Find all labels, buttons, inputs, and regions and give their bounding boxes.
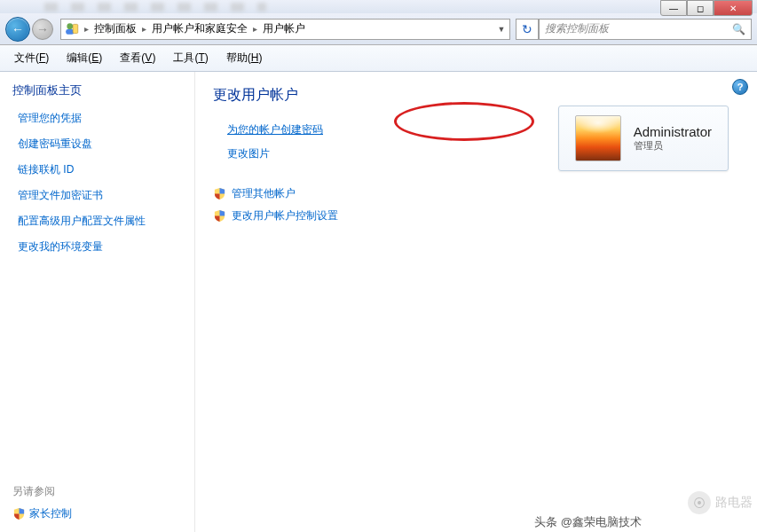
forward-button[interactable]: → — [32, 19, 53, 40]
minimize-button[interactable]: — — [660, 0, 687, 16]
watermark-text: 路电器 — [715, 495, 753, 511]
menu-bar: 文件(F) 编辑(E) 查看(V) 工具(T) 帮助(H) — [0, 45, 757, 72]
parental-controls-label: 家长控制 — [29, 506, 72, 521]
manage-other-accounts-link[interactable]: 管理其他帐户 — [232, 186, 296, 201]
breadcrumb: 控制面板 ▸ 用户帐户和家庭安全 ▸ 用户帐户 — [91, 20, 493, 39]
content: 控制面板主页 管理您的凭据 创建密码重设盘 链接联机 ID 管理文件加密证书 配… — [0, 72, 757, 532]
breadcrumb-item[interactable]: 用户帐户和家庭安全 — [148, 20, 251, 39]
menu-view[interactable]: 查看(V) — [111, 47, 164, 69]
search-placeholder: 搜索控制面板 — [545, 21, 609, 36]
close-button[interactable]: ✕ — [714, 0, 753, 16]
breadcrumb-item[interactable]: 控制面板 — [91, 20, 140, 39]
breadcrumb-item[interactable]: 用户帐户 — [259, 20, 309, 39]
menu-help[interactable]: 帮助(H) — [217, 47, 272, 69]
shield-icon — [213, 187, 226, 200]
title-bar: — ◻ ✕ — [0, 0, 757, 13]
menu-file[interactable]: 文件(F) — [5, 47, 58, 69]
sidebar-link-online-id[interactable]: 链接联机 ID — [12, 162, 182, 177]
refresh-button[interactable]: ↻ — [516, 19, 539, 40]
account-name: Administrator — [634, 124, 712, 139]
shield-icon — [12, 507, 26, 520]
shield-row-manage: 管理其他帐户 — [213, 186, 739, 201]
also-see-label: 另请参阅 — [12, 484, 72, 499]
window-controls: — ◻ ✕ — [660, 0, 753, 13]
account-picture — [575, 115, 621, 161]
shield-row-uac: 更改用户帐户控制设置 — [213, 208, 739, 223]
svg-point-0 — [67, 23, 73, 29]
account-role: 管理员 — [634, 139, 712, 153]
main-panel: ? 更改用户帐户 为您的帐户创建密码 更改图片 管理其他帐户 更改用户帐户控制设… — [195, 72, 757, 532]
menu-edit[interactable]: 编辑(E) — [58, 47, 111, 69]
maximize-button[interactable]: ◻ — [687, 0, 714, 16]
parental-controls-link[interactable]: 家长控制 — [12, 506, 72, 521]
sidebar: 控制面板主页 管理您的凭据 创建密码重设盘 链接联机 ID 管理文件加密证书 配… — [0, 72, 195, 532]
change-uac-link[interactable]: 更改用户帐户控制设置 — [232, 208, 338, 223]
sidebar-link-advanced-profile[interactable]: 配置高级用户配置文件属性 — [12, 214, 182, 229]
attribution: 头条 @鑫荣电脑技术 — [534, 514, 642, 530]
help-icon[interactable]: ? — [732, 79, 748, 95]
sidebar-link-env-vars[interactable]: 更改我的环境变量 — [12, 239, 182, 254]
nav-bar: ← → ▸ 控制面板 ▸ 用户帐户和家庭安全 ▸ 用户帐户 ▼ ↻ 搜索控制面板… — [0, 13, 757, 45]
account-info: Administrator 管理员 — [634, 124, 712, 153]
chevron-right-icon: ▸ — [83, 24, 91, 34]
search-icon: 🔍 — [732, 23, 745, 35]
account-card: Administrator 管理员 — [558, 106, 729, 171]
chevron-right-icon: ▸ — [251, 24, 259, 34]
sidebar-bottom: 另请参阅 家长控制 — [12, 484, 72, 521]
refresh-icon: ↻ — [522, 22, 532, 36]
shield-icon — [213, 209, 226, 223]
back-arrow-icon: ← — [12, 22, 24, 36]
menu-tools[interactable]: 工具(T) — [164, 47, 217, 69]
title-blur — [44, 3, 266, 12]
search-input[interactable]: 搜索控制面板 🔍 — [539, 19, 752, 40]
watermark-icon: ⦿ — [688, 491, 711, 514]
location-icon — [64, 21, 80, 37]
forward-arrow-icon: → — [36, 22, 49, 36]
svg-rect-2 — [73, 24, 78, 33]
sidebar-link-credentials[interactable]: 管理您的凭据 — [12, 111, 182, 126]
watermark: ⦿ 路电器 — [688, 491, 753, 514]
address-bar[interactable]: ▸ 控制面板 ▸ 用户帐户和家庭安全 ▸ 用户帐户 ▼ — [60, 19, 510, 40]
chevron-right-icon: ▸ — [140, 24, 148, 34]
page-title: 更改用户帐户 — [213, 86, 739, 105]
sidebar-title[interactable]: 控制面板主页 — [12, 82, 182, 98]
sidebar-link-password-reset[interactable]: 创建密码重设盘 — [12, 137, 182, 152]
back-button[interactable]: ← — [5, 17, 30, 42]
sidebar-link-encryption-certs[interactable]: 管理文件加密证书 — [12, 188, 182, 203]
address-dropdown[interactable]: ▼ — [493, 25, 509, 34]
